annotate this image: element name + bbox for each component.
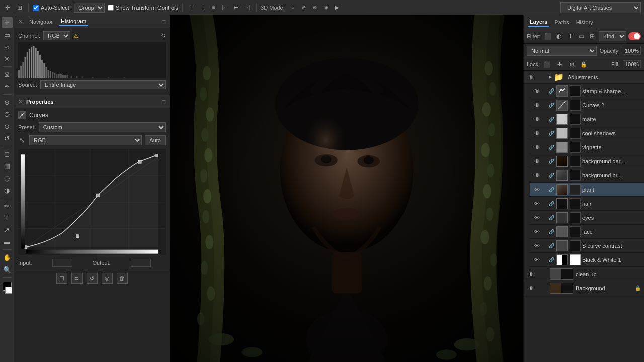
history-brush-btn[interactable]: ↺ bbox=[2, 133, 13, 144]
dodge-tool-btn[interactable]: ◑ bbox=[2, 185, 13, 196]
healing-tool-btn[interactable]: ⊕ bbox=[2, 97, 13, 108]
matte-vis-btn[interactable]: 👁 bbox=[533, 115, 541, 123]
align-vcenter-btn[interactable]: ⊥ bbox=[198, 3, 208, 13]
pen-tool-btn[interactable]: ✏ bbox=[2, 200, 13, 211]
channel-rgb-select[interactable]: RGB bbox=[29, 135, 142, 145]
3d-pan-btn[interactable]: ⊕ bbox=[299, 3, 309, 13]
curves-link-btn[interactable]: ⊃ bbox=[71, 273, 83, 284]
fill-input[interactable] bbox=[623, 60, 641, 68]
3d-light-btn[interactable]: ◈ bbox=[321, 3, 331, 13]
text-tool-btn[interactable]: T bbox=[2, 212, 13, 223]
filter-pixel-btn[interactable]: ⬛ bbox=[544, 31, 553, 41]
layer-item-eyes[interactable]: 👁 🔗 eyes bbox=[530, 211, 644, 225]
layer-item-bgbright[interactable]: 👁 🔗 background bri... bbox=[530, 168, 644, 183]
channel-select[interactable]: RGB bbox=[43, 31, 70, 40]
layer-item-coolshadows[interactable]: 👁 🔗 cool shadows bbox=[530, 126, 644, 140]
hair-vis-btn[interactable]: 👁 bbox=[533, 200, 541, 208]
cleanup-vis-btn[interactable]: 👁 bbox=[527, 270, 535, 278]
layer-item-scurve[interactable]: 👁 🔗 S curve contrast bbox=[530, 239, 644, 253]
tab-history[interactable]: History bbox=[574, 18, 595, 26]
curves-editor[interactable] bbox=[18, 149, 166, 255]
layer-item-vignette[interactable]: 👁 🔗 vignette bbox=[530, 140, 644, 154]
3d-zoom-btn[interactable]: ⊗ bbox=[310, 3, 320, 13]
layer-item-curves2[interactable]: 👁 🔗 Curves 2 bbox=[530, 98, 644, 112]
gradient-tool-btn[interactable]: ▦ bbox=[2, 160, 13, 171]
tab-paths[interactable]: Paths bbox=[552, 18, 571, 26]
blur-tool-btn[interactable]: ◌ bbox=[2, 172, 13, 184]
panel-close-btn[interactable]: ✕ bbox=[18, 18, 23, 25]
lasso-tool-btn[interactable]: ⌾ bbox=[2, 41, 13, 52]
input-value[interactable] bbox=[52, 259, 72, 267]
align-left-btn[interactable]: |← bbox=[220, 3, 230, 13]
shape-tool-btn[interactable]: ▬ bbox=[2, 236, 13, 247]
bw1-vis-btn[interactable]: 👁 bbox=[533, 256, 541, 264]
blend-mode-select[interactable]: Normal bbox=[527, 46, 597, 56]
workspace-select[interactable]: Digital Art Classes bbox=[560, 2, 641, 13]
auto-btn[interactable]: Auto bbox=[145, 135, 166, 145]
curves-sample-btn[interactable]: ☐ bbox=[56, 273, 67, 284]
filter-kind-select[interactable]: Kind bbox=[599, 31, 626, 41]
show-transform-checkbox[interactable] bbox=[108, 5, 114, 11]
layer-item-matte[interactable]: 👁 🔗 matte bbox=[530, 112, 644, 126]
auto-select-group-select[interactable]: Group bbox=[74, 3, 105, 13]
eraser-tool-btn[interactable]: ◻ bbox=[2, 148, 13, 159]
magic-wand-tool-btn[interactable]: ✳ bbox=[2, 53, 13, 64]
zoom-tool-btn[interactable]: 🔍 bbox=[2, 264, 13, 275]
filter-type-btn[interactable]: T bbox=[566, 31, 575, 41]
face-vis-btn[interactable]: 👁 bbox=[533, 228, 541, 236]
vignette-vis-btn[interactable]: 👁 bbox=[533, 143, 541, 151]
clone-tool-btn[interactable]: ⊙ bbox=[2, 121, 13, 132]
opacity-input[interactable] bbox=[623, 47, 641, 55]
align-top-btn[interactable]: ⊤ bbox=[187, 3, 197, 13]
eyedropper-tool-btn[interactable]: ✒ bbox=[2, 81, 13, 92]
curves-reset-btn[interactable]: ↺ bbox=[87, 273, 98, 284]
panel-options-btn[interactable]: ≡ bbox=[162, 18, 166, 26]
filter-shape-btn[interactable]: ▭ bbox=[577, 31, 586, 41]
3d-camera-btn[interactable]: ▶ bbox=[332, 3, 342, 13]
scurve-vis-btn[interactable]: 👁 bbox=[533, 242, 541, 250]
curves-visibility-btn[interactable]: ◎ bbox=[102, 273, 113, 284]
layer-item-bgdark[interactable]: 👁 🔗 background dar... bbox=[530, 154, 644, 168]
adjustments-vis-btn[interactable]: 👁 bbox=[527, 73, 535, 81]
layer-item-stamp[interactable]: 👁 🔗 stamp & sharpe... bbox=[530, 84, 644, 98]
stamp-vis-btn[interactable]: 👁 bbox=[533, 87, 541, 95]
filter-toggle[interactable] bbox=[628, 32, 641, 40]
select-rect-tool-btn[interactable]: ▭ bbox=[2, 29, 13, 40]
eyes-vis-btn[interactable]: 👁 bbox=[533, 214, 541, 222]
navigator-tab[interactable]: Navigator bbox=[27, 18, 55, 26]
plant-vis-btn[interactable]: 👁 bbox=[533, 186, 541, 194]
source-select[interactable]: Entire Image bbox=[40, 80, 166, 89]
layer-item-face[interactable]: 👁 🔗 face bbox=[530, 225, 644, 239]
preset-select[interactable]: Custom bbox=[39, 122, 166, 132]
lock-pixels-btn[interactable]: ⬛ bbox=[543, 60, 552, 69]
crop-tool-btn[interactable]: ⊠ bbox=[2, 69, 13, 80]
move-tool-btn[interactable]: ✛ bbox=[2, 17, 13, 28]
3d-rotate-btn[interactable]: ○ bbox=[288, 3, 298, 13]
properties-menu-btn[interactable]: ≡ bbox=[162, 98, 166, 106]
auto-select-checkbox[interactable] bbox=[33, 5, 39, 11]
layer-group-adjustments[interactable]: 👁 ▶ 📁 Adjustments bbox=[524, 71, 644, 84]
output-value[interactable] bbox=[131, 259, 151, 267]
tab-layers[interactable]: Layers bbox=[528, 18, 549, 27]
background-color[interactable] bbox=[5, 287, 12, 294]
layer-item-background[interactable]: 👁 Background 🔒 bbox=[524, 281, 644, 295]
curves2-vis-btn[interactable]: 👁 bbox=[533, 101, 541, 109]
layer-item-cleanup[interactable]: 👁 clean up bbox=[524, 267, 644, 281]
align-bottom-btn[interactable]: ≡ bbox=[209, 3, 219, 13]
bgbright-vis-btn[interactable]: 👁 bbox=[533, 171, 541, 179]
layer-item-bw1[interactable]: 👁 🔗 Black & White 1 bbox=[530, 253, 644, 267]
properties-panel-close-btn[interactable]: ✕ bbox=[18, 98, 23, 105]
align-hcenter-btn[interactable]: ⊢ bbox=[231, 3, 241, 13]
move-tool-icon[interactable]: ✛ bbox=[3, 3, 12, 12]
hand-tool-btn[interactable]: ✋ bbox=[2, 252, 13, 263]
filter-smart-btn[interactable]: ⊞ bbox=[588, 31, 597, 41]
lock-position-btn[interactable]: ✚ bbox=[555, 60, 564, 69]
layer-item-plant[interactable]: 👁 🔗 plant bbox=[530, 183, 644, 197]
lock-all-btn[interactable]: 🔒 bbox=[579, 60, 588, 69]
coolshadows-vis-btn[interactable]: 👁 bbox=[533, 129, 541, 137]
brush-tool-btn[interactable]: ∅ bbox=[2, 109, 13, 120]
histogram-tab[interactable]: Histogram bbox=[59, 17, 88, 26]
curves-delete-btn[interactable]: 🗑 bbox=[117, 273, 128, 284]
filter-adjustment-btn[interactable]: ◐ bbox=[554, 31, 564, 41]
align-right-btn[interactable]: →| bbox=[242, 3, 252, 13]
